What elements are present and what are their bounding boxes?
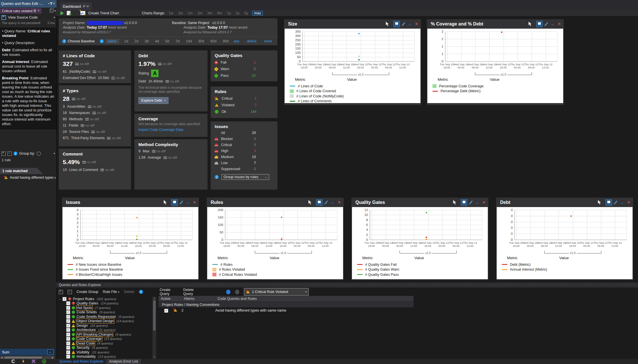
data-point[interactable] xyxy=(426,239,427,240)
col-active[interactable]: Active xyxy=(158,297,176,301)
edit-chart-icon[interactable] xyxy=(394,21,400,27)
pencil-icon[interactable] xyxy=(325,201,328,204)
export-arrow-icon[interactable]: → xyxy=(620,200,624,204)
pin-icon[interactable] xyxy=(51,2,52,5)
baseline-day-option[interactable]: 1d xyxy=(124,39,128,43)
data-point[interactable] xyxy=(136,235,138,237)
matched-rule-item[interactable]: Avoid having different types wit xyxy=(4,176,56,180)
data-point[interactable] xyxy=(358,33,360,34)
tab-queries-rules-explorer[interactable]: Queries and Rules Explorer xyxy=(56,359,106,364)
collapse-all-icon[interactable] xyxy=(7,151,12,156)
edit-chart-icon[interactable] xyxy=(316,199,322,206)
gear-icon[interactable] xyxy=(37,151,41,156)
explore-debt-button[interactable]: Explore Debt▾ xyxy=(138,97,169,104)
lightning-icon[interactable] xyxy=(22,359,25,363)
tab-critical-rules-violated[interactable]: Critical rules violated ✕ xyxy=(1,9,41,13)
range-option[interactable]: 1y xyxy=(226,11,232,15)
close-tab-icon[interactable]: ✕ xyxy=(37,9,40,12)
nav-forward-icon[interactable]: → xyxy=(235,290,239,294)
save-icon[interactable] xyxy=(1,15,6,20)
edit-chart-icon[interactable] xyxy=(606,199,612,206)
tab-analysis-error-list[interactable]: Analysis Error List xyxy=(106,359,141,364)
quality-gate-row[interactable]: Pass 10 xyxy=(215,74,273,78)
issue-severity-row[interactable]: All 20 xyxy=(215,131,273,135)
visual-studio-icon[interactable] xyxy=(32,359,36,363)
expand-all-icon[interactable] xyxy=(1,151,6,156)
data-point[interactable] xyxy=(281,217,282,218)
tree-group-row[interactable]: ✓ Code Smells (9 queries) xyxy=(66,310,152,315)
tool-window-titlebar[interactable]: Queries and Rules Edit -... ▾ ✕ xyxy=(0,0,56,7)
tree-group-row[interactable]: ✓ Immutability (13 queries) xyxy=(66,355,152,359)
scroll-left-icon[interactable]: ◀ xyxy=(0,356,3,359)
checkbox[interactable]: ✓ xyxy=(66,337,70,341)
issue-severity-row[interactable]: Blocker 0 xyxy=(215,137,273,141)
rule-file-button[interactable]: Rule File ▾ xyxy=(103,290,120,294)
data-point[interactable] xyxy=(570,215,572,217)
new-query-icon[interactable] xyxy=(50,9,53,13)
checkbox[interactable]: ✓ xyxy=(66,319,70,323)
issue-severity-row[interactable]: Suppressed 0 xyxy=(215,167,273,171)
range-option[interactable]: 1w xyxy=(168,11,174,15)
view-source-code-button[interactable]: View Source Code xyxy=(8,15,38,19)
checkbox[interactable]: ✓ xyxy=(66,310,70,314)
quality-gate-row[interactable]: ! Warn 0 xyxy=(215,67,273,71)
select-cursor-icon[interactable] xyxy=(598,200,602,205)
create-trend-chart-button[interactable]: Create Trend Chart xyxy=(88,11,119,15)
tree-group-row[interactable]: ✓ Security (9 queries) xyxy=(66,346,152,350)
rule-name[interactable]: Avoid having different types with same n… xyxy=(215,308,286,312)
pencil-icon[interactable] xyxy=(545,22,548,26)
export-arrow-icon[interactable]: → xyxy=(550,22,554,26)
range-option[interactable]: max xyxy=(252,11,263,15)
checkbox[interactable]: ✓ xyxy=(62,297,66,301)
checkbox[interactable]: ✓ xyxy=(66,324,70,328)
delete-icon[interactable]: ✕ xyxy=(627,200,630,204)
delete-icon[interactable]: ✕ xyxy=(558,22,561,26)
close-icon[interactable]: ✕ xyxy=(53,2,55,5)
range-option[interactable]: 2y xyxy=(235,11,240,15)
scroll-up-icon[interactable]: ▲ xyxy=(152,297,156,300)
toolbar-overflow-icon[interactable]: ▾ xyxy=(54,16,55,19)
scrollbar-thumb[interactable] xyxy=(153,300,156,330)
create-group-button[interactable]: Create Group xyxy=(77,290,98,294)
checkbox[interactable]: ✓ xyxy=(66,332,70,337)
critical-rule-dropdown[interactable]: 1 Critical Rule Violated ▾ xyxy=(244,288,309,296)
issue-severity-row[interactable]: Medium 10 xyxy=(215,155,273,159)
baseline-day-option[interactable]: 60d xyxy=(210,39,216,43)
export-arrow-icon[interactable]: → xyxy=(185,200,189,204)
checkbox[interactable]: ✓ xyxy=(66,315,70,319)
delete-group-button[interactable]: Delete xyxy=(124,290,134,294)
run-green-icon[interactable] xyxy=(42,359,46,363)
checkbox[interactable]: ✓ xyxy=(66,355,70,359)
issue-severity-row[interactable]: Low 7 xyxy=(215,161,273,165)
tree-group-row[interactable]: ✓ Object Oriented Design (14 queries) xyxy=(66,319,152,324)
range-option[interactable]: 3m xyxy=(206,11,213,15)
data-point[interactable] xyxy=(281,239,282,240)
checkbox[interactable]: ✓ xyxy=(66,301,70,305)
run-analysis-icon[interactable] xyxy=(60,11,64,15)
range-option[interactable]: 2w xyxy=(177,11,184,15)
range-option[interactable]: 1m xyxy=(187,11,193,15)
baseline-day-option[interactable]: 30d xyxy=(198,39,204,43)
range-option[interactable]: 6m xyxy=(216,11,223,15)
baseline-day-option[interactable]: 4d xyxy=(155,39,159,43)
pencil-icon[interactable] xyxy=(402,22,405,26)
pencil-icon[interactable] xyxy=(614,201,617,204)
nav-back-icon[interactable]: ← xyxy=(226,290,230,294)
range-option[interactable]: 2m xyxy=(197,11,203,15)
run-analysis-report-icon[interactable] xyxy=(67,11,71,15)
baseline-day-option[interactable]: 7d xyxy=(176,39,180,43)
rules-ok-row[interactable]: Ok 144 xyxy=(215,110,273,114)
explorer-panel-header[interactable]: Queries and Rules Explorer xyxy=(56,282,638,288)
table-group-row[interactable]: Project Rules \ Naming Conventions xyxy=(158,302,414,307)
import-coverage-link[interactable]: Import Code Coverage Data xyxy=(138,128,203,132)
data-point[interactable] xyxy=(426,237,427,238)
col-rules[interactable]: Code Queries and Rules xyxy=(218,297,257,301)
baseline-link[interactable]: define xyxy=(247,39,257,43)
tree-group-row[interactable]: ✓ Code Coverage (13 queries) xyxy=(66,337,152,341)
pencil-icon[interactable] xyxy=(469,201,473,204)
select-cursor-icon[interactable] xyxy=(453,200,457,205)
edit-chart-icon[interactable] xyxy=(171,199,178,206)
checkbox[interactable]: ✓ xyxy=(164,309,168,313)
tree-group-row[interactable]: ✓ Architecture (11 queries) xyxy=(66,328,152,332)
table-rule-row[interactable]: ✓ 2 Avoid having different types with sa… xyxy=(158,308,414,313)
